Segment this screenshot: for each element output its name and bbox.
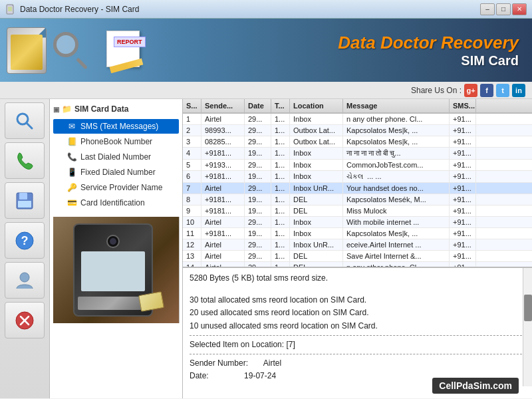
table-row[interactable]: 2 98993... 29... 1... Outbox Lat... Kapc… — [183, 125, 532, 136]
table-row[interactable]: 11 +9181... 19... 1... Inbox Kapcsolatos… — [183, 228, 532, 239]
tree-item-sms[interactable]: ✉ SMS (Text Messages) — [53, 119, 179, 134]
cell-message: n any other phone. Cl... — [343, 114, 450, 124]
cell-sms: +91... — [450, 171, 476, 182]
cell-location: Inbox — [290, 148, 343, 159]
phone-battery — [78, 297, 148, 310]
svg-line-4 — [27, 123, 32, 128]
info-size-line: 5280 Bytes (5 KB) total sms reord size. — [190, 272, 525, 285]
share-google-button[interactable]: g+ — [464, 84, 477, 97]
cell-location: DEL — [290, 194, 343, 205]
sidebar-close-button[interactable] — [5, 302, 45, 338]
cell-sender: Airtel — [201, 239, 245, 250]
table-row[interactable]: 6 +9181... 19... 1... Inbox ચેકલ‌ ‌‌‌ ‌‌… — [183, 171, 532, 183]
cell-location: DEL — [290, 205, 343, 216]
tree-item-cardid[interactable]: 💳 Card Identification — [53, 196, 179, 210]
cell-t: 1... — [271, 194, 290, 205]
cell-sms: +91... — [450, 114, 476, 124]
phone-camera — [106, 235, 120, 248]
cell-date: 29... — [245, 217, 271, 227]
cell-message: Kapcsolatos Mes|k, ... — [343, 228, 450, 239]
table-row[interactable]: 3 08285... 29... 1... Outbox Lat... Kapc… — [183, 136, 532, 148]
table-row[interactable]: 12 Airtel 29... 1... Inbox UnR... eceive… — [183, 239, 532, 251]
cell-sms: +91... — [450, 136, 476, 147]
info-used-allocated: 20 used allocated sms reord location on … — [190, 307, 525, 319]
sidebar-phone-button[interactable] — [5, 142, 45, 179]
sidebar-search-button[interactable] — [5, 102, 45, 139]
cell-sender: +9181... — [201, 205, 245, 216]
sidebar-save-button[interactable] — [5, 182, 45, 219]
cell-message: Miss Mulock — [343, 205, 450, 216]
tree-expand-icon[interactable]: ▣ — [53, 106, 59, 113]
svg-rect-1 — [8, 7, 12, 11]
table-row[interactable]: 5 +9193... 29... 1... Inbox CommonJobTes… — [183, 160, 532, 171]
cell-s: 4 — [183, 148, 201, 159]
tree-item-serviceprovider-label: Service Provider Name — [80, 183, 162, 192]
info-sender-row: Sender Number: Airtel — [190, 357, 525, 370]
share-facebook-button[interactable]: f — [480, 84, 493, 97]
maximize-button[interactable]: □ — [496, 3, 511, 15]
col-header-sender: Sende... — [201, 99, 245, 112]
table-row[interactable]: 1 Airtel 29... 1... Inbox n any other ph… — [183, 114, 532, 125]
title-bar: Data Doctor Recovery - SIM Card – □ ✕ — [0, 0, 532, 19]
info-panel: 5280 Bytes (5 KB) total sms reord size. … — [183, 267, 532, 386]
col-header-location: Location — [290, 99, 343, 112]
info-scrollbar[interactable] — [523, 268, 532, 386]
cell-sender: Airtel — [201, 262, 245, 267]
info-sender-value: Airtel — [263, 358, 281, 368]
cell-sender: 98993... — [201, 125, 245, 136]
close-button[interactable]: ✕ — [512, 3, 527, 15]
table-header: S... Sende... Date T... Location Message… — [183, 99, 532, 114]
tree-item-sms-label: SMS (Text Messages) — [80, 122, 158, 131]
table-row[interactable]: 9 +9181... 19... 1... DEL Miss Mulock +9… — [183, 205, 532, 217]
col-header-message: Message — [343, 99, 450, 112]
share-twitter-button[interactable]: t — [496, 84, 509, 97]
table-row[interactable]: 14 Airtel 29... 1... DEL n any other pho… — [183, 262, 532, 267]
phone-thumbnail — [53, 217, 180, 323]
cell-sms: +91... — [450, 217, 476, 227]
cell-sender: +9181... — [201, 148, 245, 159]
cell-location: Inbox — [290, 160, 343, 170]
serviceprovider-icon: 🔑 — [66, 182, 77, 193]
cell-location: Inbox — [290, 114, 343, 124]
share-linkedin-button[interactable]: in — [512, 84, 525, 97]
folder-icon: 📁 — [62, 104, 72, 114]
cell-t: 1... — [271, 205, 290, 216]
table-row[interactable]: 7 Airtel 29... 1... Inbox UnR... Your ha… — [183, 183, 532, 194]
svg-rect-6 — [19, 193, 27, 200]
sidebar-help-button[interactable]: ? — [5, 222, 45, 259]
cell-t: 1... — [271, 125, 290, 136]
sidebar-user-button[interactable] — [5, 262, 45, 299]
tree-panel: ▣ 📁 SIM Card Data ✉ SMS (Text Messages) … — [50, 99, 183, 398]
tree-item-serviceprovider[interactable]: 🔑 Service Provider Name — [53, 180, 179, 195]
cell-s: 2 — [183, 125, 201, 136]
window-controls[interactable]: – □ ✕ — [480, 3, 527, 15]
cell-s: 7 — [183, 183, 201, 194]
tree-item-phonebook[interactable]: 📒 PhoneBook Number — [53, 134, 179, 149]
cell-message: Save Airtel Internet &... — [343, 251, 450, 261]
app-icon — [5, 4, 16, 15]
table-row[interactable]: 8 +9181... 19... 1... DEL Kapcsolatos Me… — [183, 194, 532, 205]
cell-message: CommonJobTest.com... — [343, 160, 450, 170]
cell-sender: Airtel — [201, 217, 245, 227]
cell-message: Your handset does no... — [343, 183, 450, 194]
col-header-s: S... — [183, 99, 201, 112]
cell-s: 10 — [183, 217, 201, 227]
cell-date: 19... — [245, 194, 271, 205]
cell-s: 1 — [183, 114, 201, 124]
minimize-button[interactable]: – — [480, 3, 495, 15]
phonebook-icon: 📒 — [66, 136, 77, 147]
table-row[interactable]: 13 Airtel 29... 1... DEL Save Airtel Int… — [183, 251, 532, 262]
lastdialed-icon: 📞 — [66, 152, 77, 162]
cell-message: ચેકલ‌ ‌‌‌ ‌‌‌‌... ... — [343, 171, 450, 182]
table-row[interactable]: 10 Airtel 29... 1... Inbox With mobile i… — [183, 217, 532, 228]
app-title: Data Doctor Recovery — [338, 33, 519, 53]
table-row[interactable]: 4 +9181... 19... 1... Inbox ना ना ना ना … — [183, 148, 532, 160]
tree-item-fixeddialed[interactable]: 📱 Fixed Dialed Number — [53, 165, 179, 180]
cell-t: 1... — [271, 171, 290, 182]
cell-s: 3 — [183, 136, 201, 147]
header-banner: REPORT Data Doctor Recovery SIM Card — [0, 19, 532, 82]
cell-s: 12 — [183, 239, 201, 250]
cell-sender: Airtel — [201, 114, 245, 124]
simcard-graphic — [7, 27, 47, 74]
tree-item-lastdialed[interactable]: 📞 Last Dialed Number — [53, 150, 179, 164]
